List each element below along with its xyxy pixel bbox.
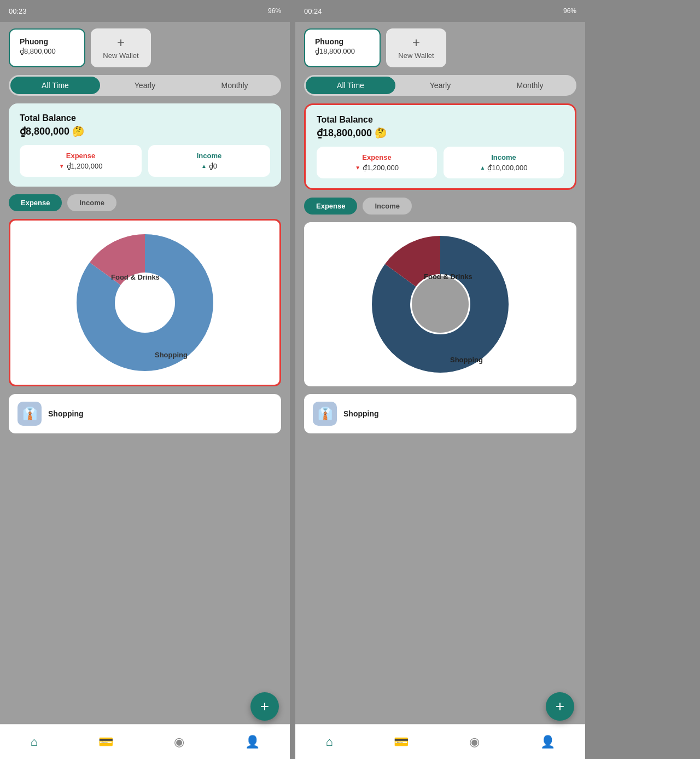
- tab-alltime-left[interactable]: All Time: [10, 77, 100, 94]
- wallet-phuong-left[interactable]: Phuong ₫8,800,000: [9, 28, 85, 67]
- balance-stats-right: Expense ▼ ₫1,200,000 Income ▲ ₫10,000,00…: [317, 147, 564, 178]
- fab-right[interactable]: +: [546, 692, 574, 721]
- time-right: 00:24: [304, 7, 322, 15]
- income-value-right: ▲ ₫10,000,000: [451, 164, 556, 172]
- tab-monthly-left[interactable]: Monthly: [190, 77, 279, 94]
- balance-amount-right: ₫18,800,000 🤔: [317, 127, 564, 139]
- income-label-left: Income: [156, 152, 262, 160]
- status-right-left: 96%: [268, 7, 281, 15]
- balance-title-left: Total Balance: [20, 113, 270, 123]
- right-phone-panel: 00:24 96% Phuong ₫18,800,000 + New Walle…: [295, 0, 585, 759]
- chart-icon-left: ◉: [174, 735, 184, 749]
- battery-left: 96%: [268, 7, 281, 15]
- expense-value-left: ▼ ₫1,200,000: [27, 162, 134, 170]
- status-bar-left: 00:23 96%: [0, 0, 290, 22]
- nav-person-right[interactable]: 👤: [540, 735, 555, 749]
- bottom-item-left[interactable]: 👔 Shopping: [9, 394, 281, 433]
- fab-left[interactable]: +: [250, 692, 279, 721]
- balance-stats-left: Expense ▼ ₫1,200,000 Income ▲ ₫0: [20, 145, 270, 177]
- balance-title-right: Total Balance: [317, 115, 564, 125]
- tab-monthly-right[interactable]: Monthly: [485, 77, 575, 94]
- bottom-nav-left: ⌂ 💳 ◉ 👤: [0, 724, 290, 759]
- wallet-icon-right: 💳: [394, 735, 409, 749]
- expense-toggle-right[interactable]: Expense: [304, 198, 357, 215]
- bottom-nav-right: ⌂ 💳 ◉ 👤: [295, 724, 585, 759]
- income-stat-left: Income ▲ ₫0: [148, 145, 270, 177]
- nav-wallet-right[interactable]: 💳: [394, 735, 409, 749]
- wallet-balance-right: ₫18,800,000: [315, 47, 370, 55]
- plus-icon-right: +: [412, 36, 420, 49]
- add-wallet-right[interactable]: + New Wallet: [386, 28, 446, 67]
- item-label-right: Shopping: [343, 409, 568, 418]
- wallet-name-right: Phuong: [315, 37, 370, 46]
- item-icon-right: 👔: [313, 402, 337, 426]
- tab-alltime-right[interactable]: All Time: [306, 77, 395, 94]
- nav-chart-right[interactable]: ◉: [469, 735, 480, 749]
- person-icon-left: 👤: [245, 735, 260, 749]
- income-toggle-right[interactable]: Income: [363, 198, 412, 215]
- expense-value-right: ▼ ₫1,200,000: [324, 164, 429, 172]
- time-filter-right: All Time Yearly Monthly: [304, 75, 576, 96]
- expense-label-left: Expense: [27, 152, 134, 160]
- chart-area-right: Food & Drinks Shopping: [304, 222, 576, 386]
- add-wallet-label-right: New Wallet: [398, 51, 434, 60]
- status-bar-right: 00:24 96%: [295, 0, 585, 22]
- svg-point-5: [412, 276, 469, 333]
- balance-card-right: Total Balance ₫18,800,000 🤔 Expense ▼ ₫1…: [304, 103, 576, 190]
- wallet-row-left: Phuong ₫8,800,000 + New Wallet: [9, 28, 281, 67]
- expense-label-right: Expense: [324, 153, 429, 161]
- item-label-left: Shopping: [48, 409, 272, 418]
- chart-area-left: Food & Drinks Shopping: [9, 219, 281, 386]
- shopping-label-right: Shopping: [450, 356, 483, 364]
- add-wallet-left[interactable]: + New Wallet: [91, 28, 151, 67]
- expense-stat-left: Expense ▼ ₫1,200,000: [20, 145, 142, 177]
- nav-chart-left[interactable]: ◉: [174, 735, 184, 749]
- up-arrow-right: ▲: [480, 165, 486, 171]
- item-icon-left: 👔: [18, 402, 42, 426]
- panel-divider: [290, 0, 295, 759]
- nav-wallet-left[interactable]: 💳: [98, 735, 113, 749]
- nav-home-right[interactable]: ⌂: [325, 735, 332, 749]
- expense-stat-right: Expense ▼ ₫1,200,000: [317, 147, 437, 178]
- toggle-row-right: Expense Income: [304, 198, 576, 215]
- balance-card-left: Total Balance ₫8,800,000 🤔 Expense ▼ ₫1,…: [9, 103, 281, 187]
- bottom-item-right[interactable]: 👔 Shopping: [304, 394, 576, 433]
- wallet-balance-left: ₫8,800,000: [20, 47, 74, 55]
- status-right-right: 96%: [563, 7, 576, 15]
- toggle-row-left: Expense Income: [9, 194, 281, 211]
- wallet-phuong-right[interactable]: Phuong ₫18,800,000: [304, 28, 381, 67]
- income-stat-right: Income ▲ ₫10,000,000: [444, 147, 564, 178]
- food-drinks-label-right: Food & Drinks: [424, 273, 472, 281]
- food-drinks-label-left: Food & Drinks: [111, 273, 160, 281]
- shopping-label-left: Shopping: [155, 351, 188, 359]
- home-icon-right: ⌂: [325, 735, 332, 749]
- income-value-left: ▲ ₫0: [156, 162, 262, 170]
- expense-toggle-left[interactable]: Expense: [9, 194, 62, 211]
- person-icon-right: 👤: [540, 735, 555, 749]
- nav-home-left[interactable]: ⌂: [30, 735, 37, 749]
- time-filter-left: All Time Yearly Monthly: [9, 75, 281, 96]
- tab-yearly-right[interactable]: Yearly: [395, 77, 485, 94]
- down-arrow-right: ▼: [355, 165, 360, 171]
- donut-chart-left: Food & Drinks Shopping: [74, 231, 216, 374]
- tab-yearly-left[interactable]: Yearly: [100, 77, 190, 94]
- balance-amount-left: ₫8,800,000 🤔: [20, 125, 270, 137]
- wallet-icon-left: 💳: [98, 735, 113, 749]
- add-wallet-label-left: New Wallet: [103, 51, 138, 60]
- left-phone-panel: 00:23 96% Phuong ₫8,800,000 + New Wallet…: [0, 0, 290, 759]
- income-label-right: Income: [451, 153, 556, 161]
- chart-icon-right: ◉: [469, 735, 480, 749]
- up-arrow-left: ▲: [201, 163, 207, 169]
- nav-person-left[interactable]: 👤: [245, 735, 260, 749]
- wallet-row-right: Phuong ₫18,800,000 + New Wallet: [304, 28, 576, 67]
- time-left: 00:23: [9, 7, 27, 15]
- wallet-name-left: Phuong: [20, 37, 74, 46]
- plus-icon-left: +: [117, 36, 125, 49]
- income-toggle-left[interactable]: Income: [67, 194, 116, 211]
- svg-point-2: [116, 274, 173, 331]
- battery-right: 96%: [563, 7, 576, 15]
- donut-chart-right: Food & Drinks Shopping: [369, 233, 511, 375]
- down-arrow-left: ▼: [59, 163, 65, 169]
- home-icon-left: ⌂: [30, 735, 37, 749]
